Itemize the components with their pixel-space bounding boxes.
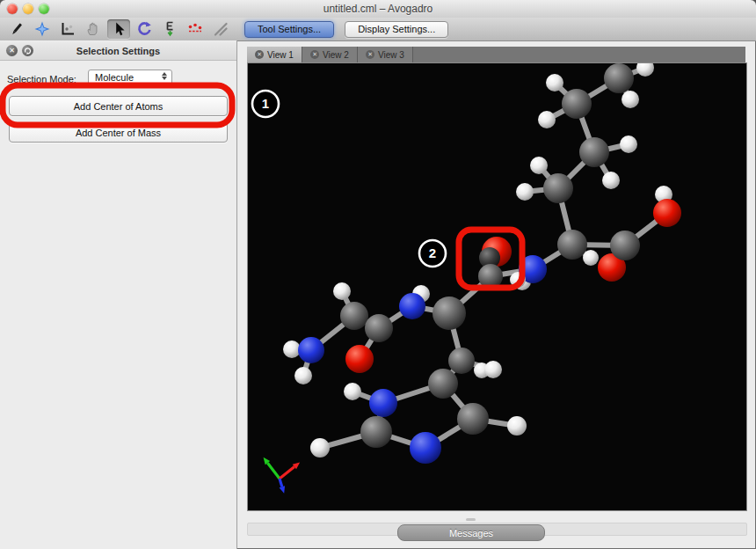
add-center-of-atoms-button[interactable]: Add Center of Atoms <box>9 96 228 116</box>
add-center-of-mass-button[interactable]: Add Center of Mass <box>9 122 228 143</box>
tab-label: View 1 <box>267 50 294 60</box>
panel-title: Selection Settings <box>0 46 236 56</box>
window-title: untitled.cml – Avogadro <box>0 3 756 15</box>
tool-settings-button[interactable]: Tool Settings... <box>244 21 334 38</box>
selection-tool-button[interactable] <box>107 19 130 39</box>
tab-view-2[interactable]: ✕ View 2 <box>302 47 358 62</box>
selection-settings-panel: ✕ Selection Settings Selection Mode: Mol… <box>0 40 237 549</box>
axes-indicator-icon <box>264 458 301 494</box>
selection-mode-dropdown[interactable]: Molecule <box>88 70 172 85</box>
align-tool-icon <box>212 20 229 38</box>
tab-view-1[interactable]: ✕ View 1 <box>247 47 302 62</box>
panel-header: ✕ Selection Settings <box>0 42 236 61</box>
tab-close-icon[interactable]: ✕ <box>255 50 264 59</box>
bond-centric-tool-button[interactable] <box>56 19 79 39</box>
navigate-tool-icon <box>33 20 51 38</box>
tool-buttons <box>0 19 232 39</box>
selection-mode-label: Selection Mode: <box>7 74 76 84</box>
messages-button[interactable]: Messages <box>397 524 545 541</box>
toolbar: Tool Settings... Display Settings... <box>0 18 756 41</box>
atom-layer <box>283 63 681 464</box>
measure-tool-button[interactable] <box>184 19 207 39</box>
manipulate-tool-icon <box>84 20 102 38</box>
navigate-tool-button[interactable] <box>31 19 54 39</box>
avogadro-window: untitled.cml – Avogadro Tool Settings...… <box>0 0 756 549</box>
draw-tool-button[interactable] <box>5 19 28 39</box>
selection-mode-value: Molecule <box>95 72 134 83</box>
display-settings-button[interactable]: Display Settings... <box>345 21 448 38</box>
view-tab-bar: ✕ View 1 ✕ View 2 ✕ View 3 <box>247 47 745 63</box>
measure-tool-icon <box>186 20 204 38</box>
dropdown-stepper-icon <box>162 72 167 80</box>
tab-label: View 2 <box>323 50 349 60</box>
manipulate-tool-button[interactable] <box>82 19 105 39</box>
auto-rotate-tool-icon <box>135 20 153 38</box>
bond-centric-tool-icon <box>59 20 76 38</box>
title-bar: untitled.cml – Avogadro <box>0 0 756 18</box>
auto-optimize-tool-button[interactable] <box>158 19 181 39</box>
auto-rotate-tool-button[interactable] <box>133 19 156 39</box>
tab-close-icon[interactable]: ✕ <box>310 50 319 59</box>
draw-tool-icon <box>8 20 25 38</box>
messages-splitter-handle[interactable] <box>466 518 476 521</box>
tab-view-3[interactable]: ✕ View 3 <box>358 47 413 62</box>
tab-close-icon[interactable]: ✕ <box>366 50 374 59</box>
align-tool-button[interactable] <box>209 19 232 39</box>
molecule-canvas <box>248 63 746 510</box>
molecule-viewport[interactable] <box>247 62 747 511</box>
tab-label: View 3 <box>378 50 404 60</box>
auto-optimize-tool-icon <box>161 20 178 38</box>
selection-tool-icon <box>110 20 127 38</box>
